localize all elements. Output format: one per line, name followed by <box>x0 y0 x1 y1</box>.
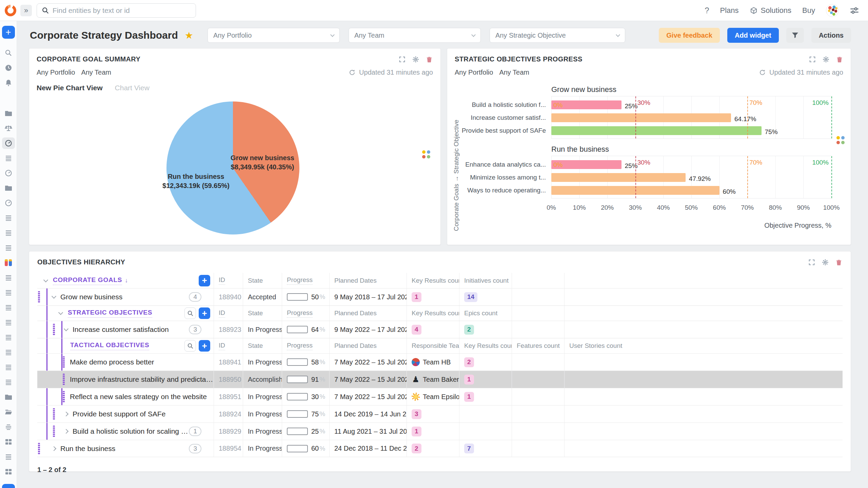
add-strategic-objective-button[interactable]: + <box>199 307 210 319</box>
strategic-objective-filter-select[interactable]: Any Strategic Objective <box>490 28 625 43</box>
add-widget-button[interactable]: Add widget <box>727 28 779 43</box>
sidebar-item-folder-open-icon[interactable] <box>2 406 15 418</box>
add-corporate-goal-button[interactable]: + <box>199 275 210 286</box>
sidebar-item-grid-icon[interactable] <box>2 436 15 448</box>
col-id[interactable]: ID <box>219 309 225 318</box>
sidebar-item-gauge-icon[interactable] <box>2 197 15 209</box>
drag-handle[interactable] <box>38 291 40 303</box>
sidebar-item-list-icon[interactable] <box>2 152 15 164</box>
drag-handle[interactable] <box>53 426 55 437</box>
sidebar-item-gauge-icon[interactable] <box>2 167 15 179</box>
global-search-input[interactable]: Find entities by text or id <box>37 3 196 18</box>
trash-icon[interactable] <box>836 56 843 63</box>
chevron-right-icon[interactable] <box>52 446 56 451</box>
user-avatar[interactable] <box>826 4 839 17</box>
sidebar-item-gauge-icon[interactable] <box>2 137 15 149</box>
gear-icon[interactable] <box>822 56 830 63</box>
sidebar-item-notes-icon[interactable] <box>2 421 15 433</box>
row-name[interactable]: Make demo process better <box>70 358 154 366</box>
col-key-results-count[interactable]: Key Results count <box>407 306 459 321</box>
row-state[interactable]: Accepted <box>243 288 282 305</box>
sidebar-item-list-icon[interactable] <box>2 302 15 313</box>
col-progress[interactable]: Progress <box>287 342 313 350</box>
table-row-build-holistic-solution[interactable]: Build a holistic solution for scaling ag… <box>37 423 843 440</box>
col-id[interactable]: ID <box>219 342 225 350</box>
col-key-results-count[interactable]: Key Results count <box>407 273 459 288</box>
chevron-right-icon[interactable] <box>64 429 68 434</box>
actions-button[interactable]: Actions <box>811 28 851 43</box>
add-entity-button[interactable]: + <box>2 26 15 39</box>
row-state[interactable]: In Progress <box>243 321 282 338</box>
row-name[interactable]: Improve infrastructure stability and pre… <box>70 375 214 383</box>
gear-icon[interactable] <box>822 259 829 266</box>
level-label-tactical-objectives[interactable]: TACTICAL OBJECTIVES <box>70 341 149 350</box>
col-state[interactable]: State <box>243 306 282 321</box>
sidebar-item-search-icon[interactable] <box>2 47 15 59</box>
sidebar-collapse-button[interactable]: » <box>20 5 32 16</box>
add-view-button[interactable]: + <box>2 484 15 488</box>
tab-chart-view[interactable]: Chart View <box>115 84 150 92</box>
level-label-corporate-goals[interactable]: CORPORATE GOALS <box>53 276 122 285</box>
col-planned-dates[interactable]: Planned Dates <box>329 306 407 321</box>
chevron-down-icon[interactable] <box>43 277 48 282</box>
table-row-increase-customer-satisfaction[interactable]: Increase customer satisfaction 3 188923 … <box>37 321 843 338</box>
col-state[interactable]: State <box>243 273 282 288</box>
table-row-run-the-business[interactable]: Run the business 3 188954 In Progress 60… <box>37 440 843 457</box>
drag-handle[interactable] <box>38 443 40 454</box>
sidebar-item-folder-icon[interactable] <box>2 108 15 119</box>
sidebar-item-list-icon[interactable] <box>2 242 15 254</box>
col-planned-dates[interactable]: Planned Dates <box>329 338 407 353</box>
drag-handle[interactable] <box>63 374 65 385</box>
sidebar-item-folder-icon[interactable] <box>2 391 15 403</box>
table-row-reflect-new-sales-strategy[interactable]: Reflect a new sales strategy on the webs… <box>37 388 843 405</box>
bar[interactable] <box>551 126 762 135</box>
tab-new-pie-chart-view[interactable]: New Pie Chart View <box>37 84 103 92</box>
drag-handle[interactable] <box>53 324 55 335</box>
table-row-grow-new-business[interactable]: Grow new business 4 188940 Accepted 50% … <box>37 288 843 305</box>
col-responsible-team[interactable]: Responsible Team <box>407 338 459 353</box>
col-progress[interactable]: Progress <box>287 309 313 318</box>
portfolio-filter-select[interactable]: Any Portfolio <box>208 28 340 43</box>
drag-handle[interactable] <box>53 408 55 420</box>
series-colors-icon[interactable] <box>422 150 430 158</box>
nav-plans[interactable]: Plans <box>720 6 739 15</box>
refresh-icon[interactable] <box>759 69 766 76</box>
table-row-make-demo-process-better[interactable]: Make demo process better 188941 In Progr… <box>37 353 843 371</box>
row-name[interactable]: Increase customer satisfaction <box>73 325 169 334</box>
series-colors-icon[interactable] <box>836 136 845 144</box>
trash-icon[interactable] <box>835 259 843 266</box>
row-name[interactable]: Build a holistic solution for scaling ag… <box>73 427 189 435</box>
row-state[interactable]: In Progress <box>243 423 282 440</box>
chevron-down-icon[interactable] <box>58 310 63 315</box>
bar[interactable] <box>551 173 686 182</box>
nav-solutions[interactable]: Solutions <box>750 6 792 15</box>
table-row-improve-infrastructure-stability[interactable]: Improve infrastructure stability and pre… <box>37 371 843 388</box>
col-epics-count[interactable]: Epics count <box>459 306 512 321</box>
row-state[interactable]: In Progress <box>243 440 282 457</box>
sidebar-item-list-icon[interactable] <box>2 212 15 224</box>
chevron-down-icon[interactable] <box>64 326 68 331</box>
team-name[interactable]: Team HB <box>423 358 451 366</box>
sidebar-item-list-icon[interactable] <box>2 451 15 463</box>
sidebar-item-list-icon[interactable] <box>2 317 15 328</box>
row-state[interactable]: In Progress <box>243 406 282 423</box>
drag-handle[interactable] <box>63 356 65 368</box>
sidebar-item-people-icon[interactable] <box>2 257 15 268</box>
chevron-right-icon[interactable] <box>64 412 68 416</box>
sidebar-item-list-icon[interactable] <box>2 272 15 283</box>
col-features-count[interactable]: Features count <box>512 338 564 353</box>
sidebar-item-bell-icon[interactable] <box>2 77 15 89</box>
row-name[interactable]: Grow new business <box>60 293 122 301</box>
row-state[interactable]: In Progress <box>243 388 282 405</box>
sidebar-item-list-icon[interactable] <box>2 287 15 298</box>
sidebar-item-grid-icon[interactable] <box>2 466 15 477</box>
filter-funnel-button[interactable] <box>786 28 804 43</box>
row-state[interactable]: Accomplished <box>243 371 282 388</box>
refresh-icon[interactable] <box>349 69 356 76</box>
sidebar-item-list-icon[interactable] <box>2 376 15 388</box>
level-label-strategic-objectives[interactable]: STRATEGIC OBJECTIVES <box>68 309 152 318</box>
settings-sliders-icon[interactable] <box>850 6 859 15</box>
expand-icon[interactable] <box>398 56 406 63</box>
row-name[interactable]: Run the business <box>60 445 115 453</box>
give-feedback-button[interactable]: Give feedback <box>659 28 720 43</box>
